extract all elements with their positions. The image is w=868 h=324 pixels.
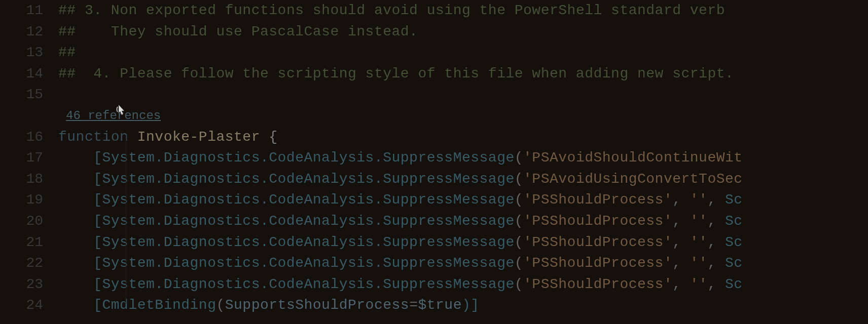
code-line[interactable]: [System.Diagnostics.CodeAnalysis.Suppres… (58, 232, 868, 253)
code-line[interactable]: [System.Diagnostics.CodeAnalysis.Suppres… (58, 147, 868, 169)
references-link[interactable]: 46 references (66, 109, 161, 123)
code-line[interactable]: [System.Diagnostics.CodeAnalysis.Suppres… (58, 274, 868, 295)
type-token: System.Diagnostics.CodeAnalysis.Suppress… (102, 276, 515, 292)
comment-text: ## 3. Non exported functions should avoi… (58, 3, 725, 18)
bracket: [ (58, 213, 102, 229)
string-token: '' (690, 255, 708, 271)
line-number: 23 (0, 274, 43, 295)
punct: ( (515, 234, 523, 250)
string-token: 'PSShouldProcess' (523, 192, 672, 208)
line-number: 18 (0, 169, 43, 190)
type-token: System.Diagnostics.CodeAnalysis.Suppress… (102, 150, 515, 166)
punct: , (707, 255, 725, 271)
punct: ( (515, 192, 523, 208)
comment-text: ## They should use PascalCase instead. (58, 24, 418, 39)
string-token: 'PSAvoidUsingConvertToSec (523, 171, 743, 187)
line-number: 22 (0, 253, 43, 274)
code-line[interactable]: [System.Diagnostics.CodeAnalysis.Suppres… (58, 211, 868, 232)
type-token: System.Diagnostics.CodeAnalysis.Suppress… (102, 192, 515, 208)
type-token: System.Diagnostics.CodeAnalysis.Suppress… (102, 255, 515, 271)
string-token: '' (690, 234, 708, 250)
line-number: 15 (0, 84, 43, 105)
punct: ( (515, 213, 523, 229)
code-line[interactable]: [CmdletBinding(SupportsShouldProcess=$tr… (58, 295, 868, 316)
line-number: 24 (0, 295, 43, 316)
comment-text: ## (58, 45, 76, 60)
code-line[interactable]: [System.Diagnostics.CodeAnalysis.Suppres… (58, 189, 868, 211)
type-token: Sc (725, 234, 743, 250)
line-number: 19 (0, 189, 43, 211)
type-token: CmdletBinding (102, 297, 216, 313)
bracket: [ (58, 276, 102, 292)
string-token: 'PSShouldProcess' (523, 255, 672, 271)
punct: , (672, 276, 690, 292)
punct: , (707, 234, 725, 250)
brace: { (269, 129, 277, 145)
line-number: 11 (0, 0, 43, 21)
line-number-spacer (0, 105, 43, 127)
string-token: 'PSShouldProcess' (523, 234, 672, 250)
line-number-gutter: 11 12 13 14 15 16 17 18 19 20 21 22 23 2… (0, 0, 58, 324)
line-number: 16 (0, 127, 43, 148)
param-token: SupportsShouldProcess (225, 297, 409, 313)
bracket: )] (462, 297, 480, 313)
punct: ( (216, 297, 225, 313)
punct: ( (515, 171, 523, 187)
line-number: 17 (0, 147, 43, 169)
string-token: '' (690, 213, 708, 229)
line-number: 14 (0, 63, 43, 85)
editor-content[interactable]: ## 3. Non exported functions should avoi… (58, 0, 868, 324)
string-token: 'PSAvoidShouldContinueWit (523, 150, 743, 166)
line-number: 12 (0, 21, 43, 43)
type-token: System.Diagnostics.CodeAnalysis.Suppress… (102, 234, 515, 250)
type-token: Sc (725, 255, 743, 271)
code-line[interactable]: function Invoke-Plaster { (58, 127, 868, 148)
bracket: [ (58, 171, 102, 187)
bracket: [ (58, 150, 102, 166)
punct: ( (515, 150, 523, 166)
punct: , (672, 255, 690, 271)
code-line[interactable] (58, 84, 868, 105)
line-number: 13 (0, 42, 43, 63)
bracket: [ (58, 234, 102, 250)
type-token: Sc (725, 276, 743, 292)
string-token: '' (690, 276, 708, 292)
type-token: System.Diagnostics.CodeAnalysis.Suppress… (102, 213, 515, 229)
punct: ( (515, 255, 523, 271)
code-editor[interactable]: 11 12 13 14 15 16 17 18 19 20 21 22 23 2… (0, 0, 868, 324)
punct: ( (515, 276, 523, 292)
punct: , (672, 192, 690, 208)
function-name: Invoke-Plaster (128, 129, 269, 145)
code-line[interactable]: [System.Diagnostics.CodeAnalysis.Suppres… (58, 253, 868, 274)
punct: = (409, 297, 418, 313)
string-token: 'PSShouldProcess' (523, 276, 672, 292)
comment-text: ## 4. Please follow the scripting style … (58, 66, 734, 82)
punct: , (707, 276, 725, 292)
punct: , (672, 213, 690, 229)
type-token: Sc (725, 213, 743, 229)
bracket: [ (58, 192, 102, 208)
code-line[interactable]: ## 3. Non exported functions should avoi… (58, 0, 868, 21)
keyword: function (58, 129, 128, 145)
code-line[interactable]: ## 4. Please follow the scripting style … (58, 63, 868, 85)
string-token: 'PSShouldProcess' (523, 213, 672, 229)
code-line[interactable]: ## They should use PascalCase instead. (58, 21, 868, 43)
type-token: System.Diagnostics.CodeAnalysis.Suppress… (102, 171, 515, 187)
bracket: [ (58, 297, 102, 313)
type-token: Sc (725, 192, 743, 208)
line-number: 21 (0, 232, 43, 253)
punct: , (707, 213, 725, 229)
punct: , (707, 192, 725, 208)
code-line[interactable]: ## (58, 42, 868, 63)
variable-token: $true (418, 297, 462, 313)
string-token: '' (690, 192, 708, 208)
indent-guide (126, 135, 126, 304)
bracket: [ (58, 255, 102, 271)
line-number: 20 (0, 211, 43, 232)
code-line[interactable]: [System.Diagnostics.CodeAnalysis.Suppres… (58, 169, 868, 190)
punct: , (672, 234, 690, 250)
codelens-row: 46 references (58, 105, 868, 127)
